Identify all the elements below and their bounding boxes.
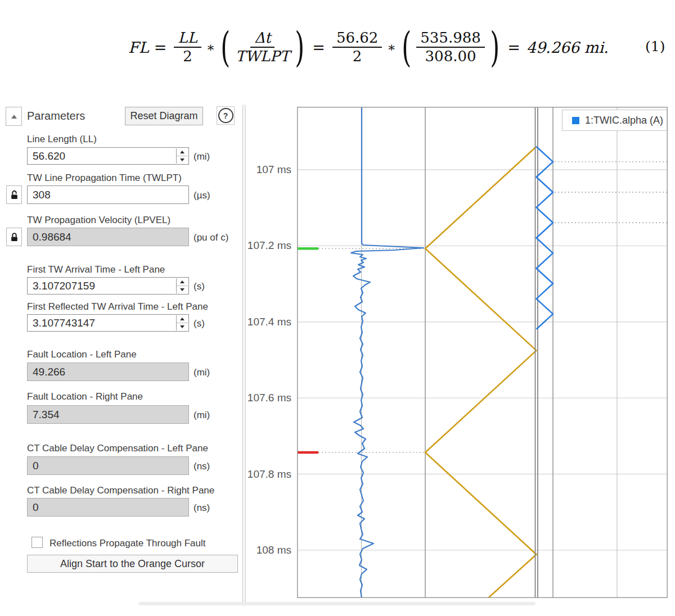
equation-result: 49.266 mi. (526, 39, 609, 56)
first-reflected-tw-arrival-unit: (s) (194, 318, 205, 329)
time-tick-label: 107.8 ms (243, 468, 291, 481)
first-tw-arrival-input[interactable]: 3.107207159 (27, 277, 189, 295)
time-tick-label: 107.6 ms (243, 392, 291, 404)
ct-delay-right-unit: (ns) (194, 502, 210, 514)
ct-delay-left-unit: (ns) (194, 461, 210, 472)
fraction-535988-over-30800: 535.988 308.00 (416, 30, 485, 65)
fault-location-right-output: 7.354 (27, 405, 189, 424)
legend-label: 1:TWIC.alpha (A) (585, 115, 663, 126)
line-length-label: Line Length (LL) (27, 134, 97, 145)
lpvel-label: TW Propagation Velocity (LPVEL) (27, 215, 170, 226)
fraction-5662-over-2: 56.62 2 (332, 30, 382, 65)
fault-location-right-label: Fault Location - Right Pane (27, 391, 143, 402)
spin-down-icon[interactable] (177, 286, 188, 293)
tw-fault-location-app: { "formula": { "lhs": "FL", "equals": "=… (0, 0, 675, 616)
line-length-spinner[interactable] (176, 148, 188, 164)
reflections-propagate-label: Reflections Propagate Through Fault (50, 538, 206, 549)
fault-location-equation: FL = LL 2 ∗ ( Δt TWLPT ) = 56.62 2 ∗ ( 5… (128, 20, 609, 74)
fault-location-left-label: Fault Location - Left Pane (27, 349, 137, 360)
lpvel-lock-button[interactable] (6, 228, 22, 246)
lpvel-unit: (pu of c) (194, 232, 228, 243)
ct-delay-right-output: 0 (27, 498, 189, 517)
help-icon: ? (218, 108, 233, 123)
ct-delay-right-label: CT Cable Delay Compensation - Right Pane (27, 485, 214, 496)
fraction-ll-over-2: LL 2 (174, 30, 201, 65)
ct-delay-left-label: CT Cable Delay Compensation - Left Pane (27, 443, 208, 454)
ct-delay-left-output: 0 (27, 456, 189, 475)
reflections-propagate-checkbox[interactable] (32, 537, 43, 548)
first-tw-arrival-spinner[interactable] (176, 278, 188, 293)
fault-location-left-unit: (mi) (194, 367, 210, 378)
multiply-sign: ∗ (387, 40, 396, 55)
spin-up-icon[interactable] (177, 315, 188, 323)
time-tick-label: 107.2 ms (243, 239, 291, 252)
lock-closed-icon (10, 232, 19, 242)
panel-title: Parameters (27, 110, 85, 123)
spin-up-icon[interactable] (177, 148, 188, 156)
first-tw-arrival-label: First TW Arrival Time - Left Pane (27, 264, 165, 275)
first-tw-arrival-unit: (s) (194, 281, 205, 292)
time-tick-label: 107 ms (243, 164, 291, 176)
help-button[interactable]: ? (217, 106, 235, 125)
first-reflected-tw-arrival-label: First Reflected TW Arrival Time - Left P… (27, 301, 208, 312)
multiply-sign: ∗ (206, 40, 215, 55)
chevron-up-icon (11, 115, 17, 119)
twlpt-input[interactable]: 308 (27, 185, 189, 204)
fraction-dt-over-twlpt: Δt TWLPT (236, 30, 290, 65)
horizontal-scrollbar[interactable] (138, 602, 536, 605)
bewley-lattice-chart[interactable] (297, 107, 668, 598)
chart-legend[interactable]: 1:TWIC.alpha (A) (562, 110, 667, 131)
lpvel-input: 0.98684 (27, 228, 189, 246)
equation-lhs: FL (128, 39, 149, 56)
spin-down-icon[interactable] (177, 156, 188, 164)
legend-swatch-icon (572, 117, 579, 124)
reset-diagram-button[interactable]: Reset Diagram (125, 107, 203, 125)
spin-up-icon[interactable] (177, 278, 188, 286)
line-length-unit: (mi) (194, 151, 210, 162)
collapse-panel-button[interactable] (6, 107, 22, 126)
twlpt-label: TW Line Propagation Time (TWLPT) (27, 173, 182, 184)
align-start-orange-cursor-button[interactable]: Align Start to the Orange Cursor (27, 555, 238, 573)
lock-open-icon (10, 190, 19, 200)
spin-down-icon[interactable] (177, 323, 188, 330)
chart-background (298, 107, 668, 598)
time-tick-label: 108 ms (243, 544, 291, 556)
equals-sign: = (154, 39, 167, 56)
equals-sign: = (312, 39, 325, 56)
first-reflected-tw-arrival-input[interactable]: 3.107743147 (27, 314, 189, 332)
panel-splitter[interactable] (242, 105, 246, 606)
fault-location-right-unit: (mi) (194, 410, 210, 421)
twlpt-lock-button[interactable] (6, 185, 22, 204)
time-tick-label: 107.4 ms (243, 316, 291, 328)
twlpt-unit: (µs) (194, 190, 210, 201)
equation-number: (1) (645, 38, 665, 55)
fault-location-left-output: 49.266 (27, 363, 189, 381)
equals-sign: = (507, 39, 520, 56)
first-reflected-tw-arrival-spinner[interactable] (176, 315, 188, 330)
line-length-input[interactable]: 56.620 (27, 147, 189, 165)
